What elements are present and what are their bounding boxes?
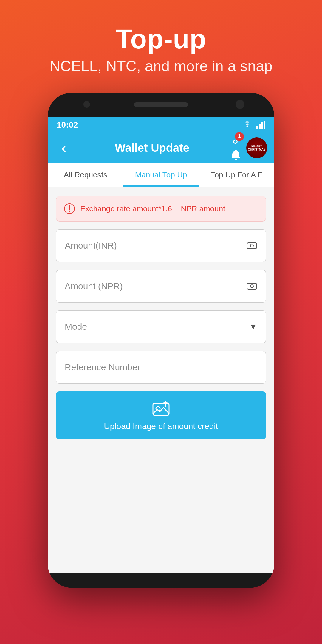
amount-npr-label: Amount (NPR) [65,281,123,291]
reference-number-field[interactable]: Reference Number [56,351,266,384]
tab-manual-top-up[interactable]: Manual Top Up [123,163,199,187]
status-bar: 10:02 [48,117,274,133]
amount-inr-label: Amount(INR) [65,241,117,251]
header-title: Wallet Update [73,142,231,154]
avatar-text: MERRYCHRISTMAS [248,145,265,151]
phone-camera-right [236,100,244,109]
promo-title: Top-up [116,24,206,55]
svg-rect-3 [264,121,265,129]
header-actions: ⚬ 1 MERRYCHRISTMAS [230,134,267,162]
reference-number-label: Reference Number [65,362,140,372]
alert-text: Exchange rate amount*1.6 = NPR amount [80,204,225,213]
svg-rect-0 [256,126,258,129]
notification-wrapper[interactable]: ⚬ 1 [230,134,242,162]
phone-top-bar [48,93,274,117]
upload-button[interactable]: Upload Image of amount credit [56,391,266,439]
amount-inr-icon [247,242,257,250]
tab-all-requests[interactable]: All Requests [48,163,123,187]
notification-badge: 1 [235,132,244,141]
svg-point-7 [250,285,253,288]
amount-inr-field[interactable]: Amount(INR) [56,229,266,262]
svg-rect-8 [153,403,169,415]
svg-rect-4 [247,243,257,249]
app-header: ‹ Wallet Update ⚬ 1 MERRYCHRISTMAS [48,133,274,163]
promo-area: Top-up NCELL, NTC, and more in a snap [0,0,322,93]
svg-rect-1 [259,124,261,129]
mode-label: Mode [65,322,87,332]
back-arrow-icon: ‹ [61,141,66,155]
mode-dropdown[interactable]: Mode ▼ [56,310,266,343]
back-button[interactable]: ‹ [55,139,73,157]
phone-mockup: 10:02 ‹ Wal [48,93,274,588]
avatar-inner: MERRYCHRISTMAS [246,137,267,158]
alert-icon: ! [64,203,75,214]
avatar[interactable]: MERRYCHRISTMAS [246,137,267,158]
phone-screen: 10:02 ‹ Wal [48,117,274,573]
svg-point-5 [250,244,253,247]
upload-text: Upload Image of amount credit [104,422,218,431]
bell-svg [230,149,242,162]
amount-npr-icon [247,282,257,290]
phone-speaker [134,102,188,107]
amount-npr-field[interactable]: Amount (NPR) [56,270,266,303]
alert-box: ! Exchange rate amount*1.6 = NPR amount [56,196,266,222]
status-time: 10:02 [57,120,78,130]
svg-rect-2 [261,122,263,129]
screen-content: ! Exchange rate amount*1.6 = NPR amount … [48,187,274,573]
status-icons [242,121,265,129]
promo-subtitle: NCELL, NTC, and more in a snap [49,58,273,75]
svg-rect-6 [247,283,257,289]
upload-icon [152,400,170,417]
phone-bottom-bar [48,573,274,588]
dropdown-arrow-icon: ▼ [249,322,257,332]
phone-camera-left [83,101,90,108]
tab-top-up-friend[interactable]: Top Up For A F [199,163,274,187]
wifi-icon [242,121,252,129]
signal-icon [256,121,265,129]
tab-bar: All Requests Manual Top Up Top Up For A … [48,163,274,187]
